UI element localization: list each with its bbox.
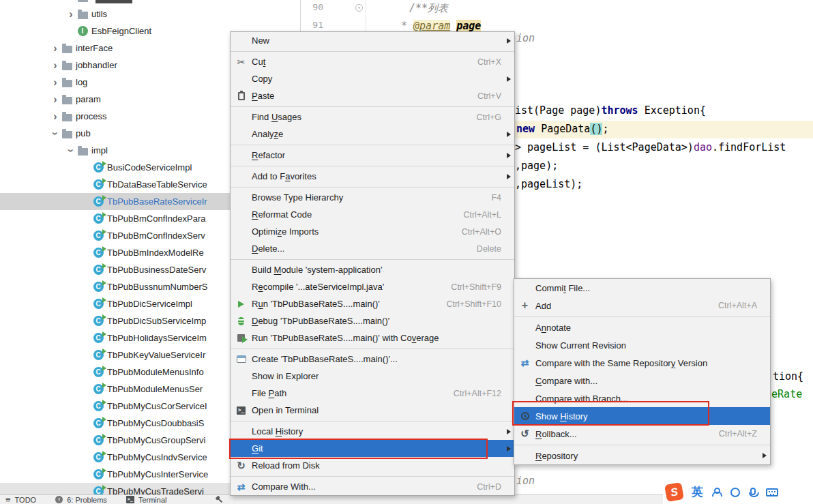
menu-item-create-tbpubbaserates-main[interactable]: Create 'TbPubBaseRateS....main()'... bbox=[231, 351, 514, 368]
menu-item-new[interactable]: New bbox=[231, 32, 514, 49]
tree-item-label: TbPubMyCusCorServiceI bbox=[107, 401, 207, 411]
menu-item-label: Annotate bbox=[535, 323, 571, 333]
tree-item-label: TbPubMyCusTradeServi bbox=[107, 486, 204, 494]
tree-item-label: TbPubMyCusIndvService bbox=[107, 452, 207, 462]
class-icon bbox=[93, 231, 104, 241]
chevron-down-icon[interactable] bbox=[68, 145, 74, 157]
tree-item-label: log bbox=[76, 77, 87, 87]
menu-item-analyze[interactable]: Analyze bbox=[231, 125, 514, 143]
menu-item-label: Run 'TbPubBaseRateS....main()' bbox=[252, 299, 380, 309]
chevron-right-icon[interactable] bbox=[49, 62, 61, 69]
fold-icon[interactable] bbox=[355, 4, 363, 12]
chevron-down-icon[interactable] bbox=[52, 128, 59, 140]
chevron-right-icon[interactable] bbox=[49, 96, 61, 103]
class-icon bbox=[93, 384, 104, 394]
menu-item-copy[interactable]: Copy bbox=[231, 70, 514, 87]
menu-item-label: Copy bbox=[252, 74, 272, 84]
class-icon bbox=[93, 333, 104, 343]
menu-item-build-module-system-application[interactable]: Build Module 'system-application' bbox=[231, 261, 514, 278]
menu-item-rollback[interactable]: Rollback...Ctrl+Alt+Z bbox=[514, 425, 770, 443]
class-icon bbox=[93, 469, 104, 479]
menu-item-run-tbpubbaserates-main-with-coverage[interactable]: Run 'TbPubBaseRateS....main()' with Cove… bbox=[231, 329, 514, 346]
folder-icon bbox=[78, 148, 88, 155]
line-number-90: 90 bbox=[303, 2, 323, 12]
mic-icon[interactable] bbox=[750, 488, 756, 495]
menu-icon-cell bbox=[514, 428, 535, 440]
menu-item-cut[interactable]: CutCtrl+X bbox=[231, 53, 514, 70]
wrench-icon bbox=[214, 494, 226, 504]
folder-icon bbox=[78, 0, 88, 2]
ime-logo[interactable]: S bbox=[664, 482, 684, 502]
interface-icon bbox=[78, 26, 88, 36]
class-icon bbox=[93, 401, 104, 411]
scissors-icon bbox=[237, 56, 246, 68]
ime-language-indicator[interactable]: 英 bbox=[692, 484, 703, 500]
statusbar-item-6-problems[interactable]: 6: Problems bbox=[55, 496, 107, 504]
menu-item-compare-with-the-same-repository-version[interactable]: Compare with the Same Repository Version bbox=[514, 354, 770, 372]
menu-item-compare-with[interactable]: Compare with... bbox=[514, 372, 770, 389]
folder-icon bbox=[62, 97, 72, 104]
menu-icon-cell bbox=[514, 357, 535, 369]
menu-item-debug-tbpubbaserates-main[interactable]: Debug 'TbPubBaseRateS....main()' bbox=[231, 312, 514, 329]
menu-item-shortcut: Ctrl+Alt+O bbox=[444, 227, 501, 237]
menu-separator bbox=[514, 445, 770, 445]
menu-item-browse-type-hierarchy[interactable]: Browse Type HierarchyF4 bbox=[231, 189, 514, 206]
chevron-right-icon[interactable] bbox=[49, 79, 61, 86]
submenu-arrow-icon bbox=[757, 453, 767, 458]
statusbar-item-terminal[interactable]: Terminal bbox=[126, 496, 167, 504]
person-icon[interactable] bbox=[712, 488, 720, 496]
menu-item-label: Open in Terminal bbox=[252, 405, 319, 415]
rollback-icon bbox=[520, 428, 529, 440]
menu-item-paste[interactable]: PasteCtrl+V bbox=[231, 87, 514, 104]
menu-item-label: Add bbox=[535, 301, 551, 311]
class-icon bbox=[93, 282, 104, 292]
menu-item-compare-with[interactable]: Compare With...Ctrl+D bbox=[231, 478, 514, 495]
ime-toolbar: S 英 bbox=[663, 480, 813, 504]
folder-icon bbox=[62, 46, 72, 53]
class-icon bbox=[93, 316, 104, 326]
menu-separator bbox=[231, 259, 514, 260]
keyboard-icon[interactable] bbox=[766, 488, 778, 496]
menu-item-annotate[interactable]: Annotate bbox=[514, 318, 770, 336]
menu-item-show-current-revision[interactable]: Show Current Revision bbox=[514, 336, 770, 354]
menu-item-shortcut: Ctrl+Alt+F12 bbox=[436, 389, 501, 398]
menu-item-delete[interactable]: Delete...Delete bbox=[231, 240, 514, 257]
menu-item-show-in-explorer[interactable]: Show in Explorer bbox=[231, 368, 514, 385]
menu-item-repository[interactable]: Repository bbox=[514, 447, 770, 464]
menu-item-optimize-imports[interactable]: Optimize ImportsCtrl+Alt+O bbox=[231, 223, 514, 240]
submenu-arrow-icon bbox=[501, 174, 511, 179]
tree-item-utils[interactable]: utils bbox=[0, 5, 300, 23]
menu-item-open-in-terminal[interactable]: Open in Terminal bbox=[231, 402, 514, 419]
menu-item-reload-from-disk[interactable]: Reload from Disk bbox=[231, 457, 514, 474]
menu-item-add-to-favorites[interactable]: Add to Favorites bbox=[231, 168, 514, 185]
chevron-right-icon[interactable] bbox=[65, 11, 77, 18]
menu-item-label: Optimize Imports bbox=[252, 226, 319, 237]
menu-item-label: Local History bbox=[252, 426, 303, 436]
class-icon bbox=[93, 418, 104, 428]
menu-item-commit-file[interactable]: Commit File... bbox=[514, 279, 770, 297]
tree-item-label: TbPubBmIndexModelRe bbox=[107, 248, 204, 258]
menu-item-run-tbpubbaserates-main[interactable]: Run 'TbPubBaseRateS....main()'Ctrl+Shift… bbox=[231, 295, 514, 312]
menu-item-add[interactable]: AddCtrl+Alt+A bbox=[514, 297, 770, 314]
menu-item-shortcut: Ctrl+Alt+L bbox=[445, 210, 501, 220]
statusbar-item-todo[interactable]: TODO bbox=[5, 496, 36, 504]
menu-item-label: Compare With... bbox=[252, 481, 316, 492]
tree-item-clipped-top[interactable] bbox=[0, 0, 300, 5]
chevron-right-icon[interactable] bbox=[49, 113, 61, 120]
submenu-arrow-icon bbox=[501, 446, 511, 451]
menu-item-label: Compare with... bbox=[535, 376, 597, 386]
menu-item-reformat-code[interactable]: Reformat CodeCtrl+Alt+L bbox=[231, 206, 514, 223]
statusbar-item-wrench[interactable] bbox=[216, 496, 224, 504]
menu-item-shortcut: Ctrl+D bbox=[459, 482, 501, 492]
menu-item-refactor[interactable]: Refactor bbox=[231, 147, 514, 164]
chevron-right-icon[interactable] bbox=[49, 45, 61, 52]
menu-item-file-path[interactable]: File PathCtrl+Alt+F12 bbox=[231, 385, 514, 402]
circlering-icon[interactable] bbox=[730, 488, 740, 497]
code-fragment-ion-top: ion bbox=[516, 32, 535, 44]
class-icon bbox=[93, 452, 104, 462]
menu-item-recompile-ateserviceimpl-java[interactable]: Recompile '...ateServiceImpl.java'Ctrl+S… bbox=[231, 278, 514, 295]
list-icon bbox=[5, 496, 11, 504]
menu-item-local-history[interactable]: Local History bbox=[231, 423, 514, 440]
menu-item-label: Compare with the Same Repository Version bbox=[535, 358, 707, 368]
menu-item-find-usages[interactable]: Find UsagesCtrl+G bbox=[231, 108, 514, 125]
